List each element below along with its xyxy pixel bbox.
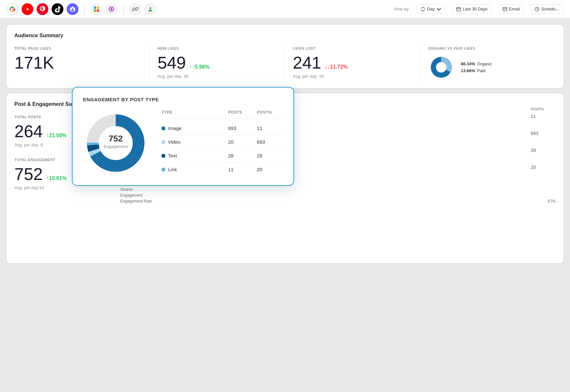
total-engagement-value: 752 [14, 166, 43, 183]
svg-rect-9 [97, 9, 99, 12]
stat-shares: Shares [120, 187, 556, 192]
postpct-video: 693 [257, 139, 283, 145]
table-row-text: Text 28 28 [161, 149, 283, 163]
svg-text:Engagement: Engagement [104, 144, 128, 149]
postpct-link: 20 [257, 167, 283, 172]
sidebar-post-pct: POST% 11 693 28 20 [531, 107, 563, 170]
svg-point-12 [149, 7, 151, 9]
viewby-label: View by: [394, 7, 410, 11]
sidebar-postpct-label: POST% [531, 107, 563, 111]
table-row-video: Video 20 693 [161, 135, 283, 149]
postpct-image: 11 [257, 125, 283, 131]
total-engagement-avg: Avg. per day:10 [14, 185, 112, 190]
schedule-label: Schedu... [541, 7, 559, 11]
person-icon[interactable] [144, 3, 156, 15]
svg-point-11 [110, 8, 112, 10]
total-posts-value: 264 [14, 123, 43, 140]
total-engagement-change: ↑10.61% [46, 175, 67, 182]
circle-purple-icon[interactable] [106, 3, 117, 15]
new-likes-label: NEW LIKES [158, 46, 277, 50]
main-content: Audience Summary TOTAL PAGE LIKES 171K N… [0, 18, 570, 270]
type-label-image: Image [168, 125, 182, 131]
dot-image [161, 126, 165, 130]
mastodon-icon[interactable] [67, 3, 78, 15]
posts-image: 693 [228, 125, 254, 131]
table-row-link: Link 11 20 [161, 163, 283, 176]
youtube-icon[interactable] [22, 3, 33, 15]
schedule-button[interactable]: Schedu... [530, 4, 563, 14]
svg-rect-8 [94, 9, 96, 12]
sidebar-val-3: 28 [531, 148, 563, 153]
type-label-text: Text [168, 153, 177, 158]
audience-summary-title: Audience Summary [14, 33, 556, 39]
new-likes-metric: NEW LIKES 549 ↑↑5.98% Avg. per day: 36 [150, 46, 285, 80]
type-cell-text: Text [161, 153, 226, 158]
type-label-video: Video [168, 139, 180, 145]
engagement-modal: ENGAGEMENT BY POST TYPE [72, 87, 294, 186]
organic-legend-item: 86.34% Organic [461, 61, 492, 66]
tiktok-icon[interactable] [52, 3, 63, 15]
col-posts-header: POSTS [228, 110, 254, 115]
type-cell-link: Link [161, 167, 226, 172]
modal-body: 752 Engagement TYPE POSTS POST% [83, 110, 283, 176]
table-row-image: Image 693 11 [161, 122, 283, 135]
day-label: Day [427, 7, 435, 11]
new-likes-value: 549 [158, 54, 186, 71]
stat-engagement-rate: Engagement Rate67% [120, 198, 556, 204]
svg-rect-7 [97, 7, 99, 9]
new-likes-avg: Avg. per day: 36 [158, 74, 277, 79]
post-engagement-card: Post & Engagement Summary TOTAL POSTS 26… [7, 93, 563, 263]
total-posts-change: ↑21.50% [46, 132, 67, 139]
likes-lost-avg: Avg. per day: 16 [293, 74, 412, 79]
chain-icon[interactable] [129, 3, 141, 15]
nav-divider-2 [123, 3, 124, 15]
total-page-likes-label: TOTAL PAGE LIKES [14, 46, 142, 50]
sidebar-val-1: 11 [531, 114, 563, 119]
postpct-text: 28 [257, 153, 283, 158]
day-selector[interactable]: Day [416, 4, 445, 14]
dot-link [161, 168, 165, 172]
email-button[interactable]: Email [498, 4, 524, 14]
audience-summary-card: Audience Summary TOTAL PAGE LIKES 171K N… [7, 25, 563, 88]
donut-chart: 752 Engagement [83, 110, 148, 176]
organic-paid-label: ORGANIC VS PAID LIKES [428, 46, 548, 50]
likes-lost-change: ↓↓11.72% [325, 63, 348, 70]
organic-paid-content: 86.34% Organic 13.66% Paid [428, 54, 548, 80]
posts-link: 11 [228, 167, 254, 172]
windows-icon[interactable] [91, 3, 102, 15]
svg-rect-13 [457, 8, 461, 11]
platform-icons [7, 3, 156, 15]
nav-divider-1 [84, 3, 85, 15]
date-range-selector[interactable]: Last 30 Days [452, 4, 492, 14]
nav-right-controls: View by: Day Last 30 Days Email Schedu..… [394, 4, 563, 14]
stat-engagement: Engagement [120, 192, 556, 198]
dot-video [161, 140, 165, 144]
likes-lost-value: 241 [293, 54, 321, 71]
svg-text:752: 752 [109, 134, 123, 143]
col-type-header: TYPE [161, 110, 226, 115]
modal-title: ENGAGEMENT BY POST TYPE [83, 97, 283, 102]
col-postpct-header: POST% [257, 110, 283, 115]
pinterest-icon[interactable] [37, 3, 48, 15]
total-page-likes-metric: TOTAL PAGE LIKES 171K [14, 46, 150, 80]
google-icon[interactable] [7, 3, 18, 15]
total-page-likes-value: 171K [14, 54, 142, 71]
type-cell-image: Image [161, 125, 226, 131]
modal-table-header: TYPE POSTS POST% [161, 110, 283, 119]
audience-metrics-grid: TOTAL PAGE LIKES 171K NEW LIKES 549 ↑↑5.… [14, 46, 556, 80]
posts-video: 20 [228, 139, 254, 145]
sidebar-val-2: 693 [531, 131, 563, 136]
new-likes-change: ↑↑5.98% [189, 63, 210, 70]
posts-text: 28 [228, 153, 254, 158]
top-navigation: View by: Day Last 30 Days Email Schedu..… [0, 0, 570, 18]
modal-table: TYPE POSTS POST% Image 693 11 [161, 110, 283, 176]
svg-rect-4 [73, 8, 75, 10]
svg-rect-6 [94, 7, 96, 9]
likes-lost-label: LIKES LOST [293, 46, 412, 50]
organic-paid-pie [428, 54, 454, 80]
last30days-label: Last 30 Days [463, 7, 488, 11]
sidebar-val-4: 20 [531, 165, 563, 170]
paid-legend-item: 13.66% Paid [461, 68, 492, 73]
dot-text [161, 154, 165, 158]
type-cell-video: Video [161, 139, 226, 145]
